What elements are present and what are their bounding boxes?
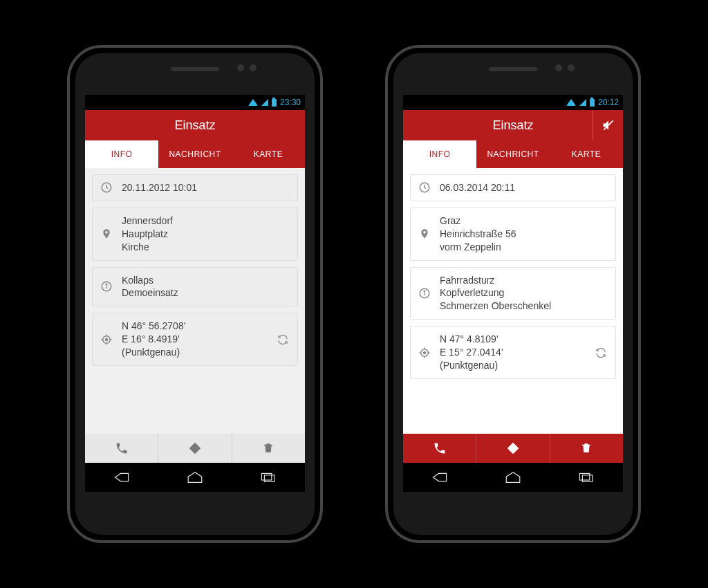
coords-line2: E 16° 8.4919' [122,333,267,346]
tab-nachricht[interactable]: NACHRICHT [158,140,232,168]
tabs: INFO NACHRICHT KARTE [403,140,623,168]
status-time: 23:30 [280,98,301,107]
tab-karte[interactable]: KARTE [550,140,623,168]
svg-rect-24 [582,475,592,482]
coords-text: N 47° 4.8109' E 15° 27.0414' (Punktgenau… [440,333,585,372]
coords-line1: N 46° 56.2708' [122,320,267,333]
navigate-button[interactable] [158,434,232,463]
battery-icon [272,99,277,107]
svg-point-3 [106,284,107,286]
info-icon [100,280,113,293]
clock-icon [418,181,431,194]
tab-info[interactable]: INFO [403,140,476,168]
info-card[interactable]: Kollaps Demoeinsatz [92,267,298,307]
coords-text: N 46° 56.2708' E 16° 8.4919' (Punktgenau… [122,320,267,359]
camera-dot [555,64,562,71]
time-text: 06.03.2014 20:11 [440,181,608,194]
svg-rect-10 [261,473,271,480]
recents-button[interactable] [575,470,598,485]
android-nav-bar [85,463,305,492]
recents-button[interactable] [257,470,280,485]
location-card[interactable]: Graz Heinrichstraße 56 vorm Zeppelin [410,208,616,261]
svg-rect-11 [264,475,274,482]
refresh-icon[interactable] [275,333,290,346]
info-line2: Kopfverletzung [440,286,608,300]
info-icon [418,287,431,300]
tab-nachricht[interactable]: NACHRICHT [476,140,550,168]
svg-point-16 [424,291,425,292]
svg-rect-23 [579,473,589,480]
location-line2: Heinrichstraße 56 [440,228,608,241]
location-line3: vorm Zeppelin [440,241,608,254]
location-line1: Jennersdorf [122,214,290,228]
info-card[interactable]: Fahrradsturz Kopfverletzung Schmerzen Ob… [410,267,616,320]
location-line3: Kirche [122,241,290,254]
crosshair-icon [418,347,431,359]
battery-icon [590,99,595,107]
pin-icon [418,227,431,241]
phone-right: 20:12 Einsatz INFO NACHRICHT KARTE 06.03… [385,45,641,543]
call-button[interactable] [403,434,476,463]
android-status-bar: 20:12 [403,95,623,110]
wifi-icon [248,99,258,106]
home-button[interactable] [501,470,525,485]
time-text: 20.11.2012 10:01 [122,181,290,194]
time-card[interactable]: 20.11.2012 10:01 [92,174,298,201]
svg-point-5 [106,338,108,340]
info-line2: Demoeinsatz [122,286,290,300]
coords-line3: (Punktgenau) [122,346,267,359]
call-button[interactable] [85,434,158,463]
screen-right: 20:12 Einsatz INFO NACHRICHT KARTE 06.03… [403,95,623,492]
status-time: 20:12 [598,98,619,107]
coords-card[interactable]: N 46° 56.2708' E 16° 8.4919' (Punktgenau… [92,313,298,366]
content-area: 06.03.2014 20:11 Graz Heinrichstraße 56 … [403,168,623,434]
app-title: Einsatz [174,118,215,133]
coords-line1: N 47° 4.8109' [440,333,585,346]
wifi-icon [566,99,576,106]
android-status-bar: 23:30 [85,95,305,110]
svg-point-18 [424,351,426,353]
pin-icon [100,227,113,241]
location-text: Jennersdorf Hauptplatz Kirche [122,214,290,254]
coords-line3: (Punktgenau) [440,359,585,372]
location-text: Graz Heinrichstraße 56 vorm Zeppelin [440,214,608,254]
android-nav-bar [403,463,623,492]
sensor-dot [250,64,257,71]
crosshair-icon [100,333,113,346]
back-button[interactable] [428,470,451,485]
coords-line2: E 15° 27.0414' [440,346,585,359]
delete-button[interactable] [232,434,305,463]
info-line1: Fahrradsturz [440,274,608,287]
action-bar [403,434,623,463]
refresh-icon[interactable] [593,347,608,359]
app-title-bar: Einsatz [403,110,623,140]
camera-dot [237,64,244,71]
back-button[interactable] [110,470,133,485]
home-button[interactable] [183,470,207,485]
info-text: Fahrradsturz Kopfverletzung Schmerzen Ob… [440,274,608,313]
cell-signal-icon [579,99,586,106]
tabs: INFO NACHRICHT KARTE [85,140,305,168]
info-line3: Schmerzen Oberschenkel [440,300,608,313]
app-title: Einsatz [492,118,533,133]
info-line1: Kollaps [122,274,290,287]
tab-info[interactable]: INFO [85,140,158,168]
action-bar [85,434,305,463]
phone-left: 23:30 Einsatz INFO NACHRICHT KARTE 20.11… [67,45,323,543]
app-title-bar: Einsatz [85,110,305,140]
info-text: Kollaps Demoeinsatz [122,274,290,300]
location-line2: Hauptplatz [122,228,290,241]
content-area: 20.11.2012 10:01 Jennersdorf Hauptplatz … [85,168,305,434]
tab-karte[interactable]: KARTE [232,140,305,168]
sensor-dot [568,64,575,71]
navigate-button[interactable] [476,434,550,463]
location-card[interactable]: Jennersdorf Hauptplatz Kirche [92,208,298,261]
location-line1: Graz [440,214,608,228]
time-card[interactable]: 06.03.2014 20:11 [410,174,616,201]
coords-card[interactable]: N 47° 4.8109' E 15° 27.0414' (Punktgenau… [410,326,616,379]
clock-icon [100,181,113,194]
screen-left: 23:30 Einsatz INFO NACHRICHT KARTE 20.11… [85,95,305,492]
delete-button[interactable] [550,434,623,463]
mute-button[interactable] [593,110,623,140]
cell-signal-icon [261,99,268,106]
